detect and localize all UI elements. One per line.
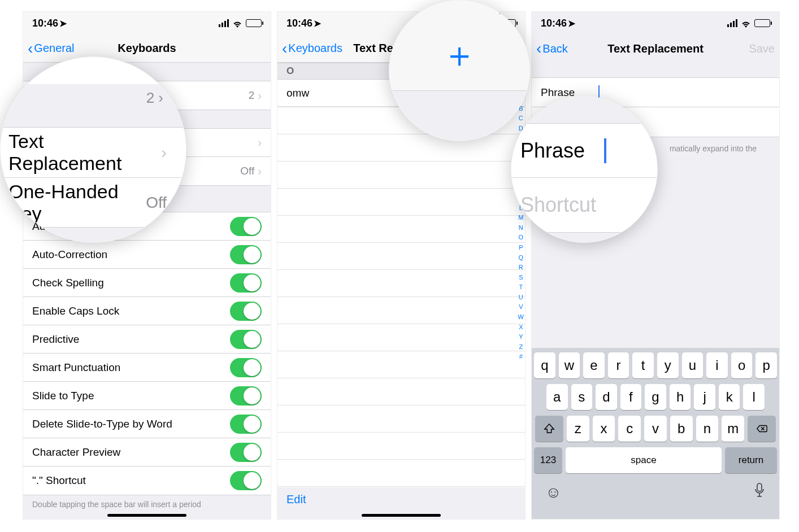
key-v[interactable]: v [644, 416, 667, 442]
key-a[interactable]: a [546, 384, 568, 410]
back-button[interactable]: ‹ General [28, 41, 74, 56]
key-s[interactable]: s [571, 384, 593, 410]
toggle-smart-punctuation[interactable]: Smart Punctuation [23, 354, 271, 382]
back-button[interactable]: ‹ Back [536, 41, 568, 56]
key-x[interactable]: x [593, 416, 615, 442]
switch-icon[interactable] [230, 471, 262, 490]
key-shift[interactable] [535, 416, 563, 442]
svg-rect-0 [757, 483, 762, 491]
home-indicator [362, 514, 441, 517]
switch-icon[interactable] [230, 443, 262, 462]
key-y[interactable]: y [657, 352, 679, 378]
key-r[interactable]: r [608, 352, 629, 378]
plus-icon: ＋ [442, 37, 477, 72]
toggle-slide-to-type[interactable]: Slide to Type [23, 382, 271, 410]
key-t[interactable]: t [632, 352, 654, 378]
key-return[interactable]: return [725, 447, 777, 473]
signal-icon [219, 19, 229, 27]
key-space[interactable]: space [566, 447, 722, 473]
switch-icon[interactable] [230, 217, 262, 236]
location-icon: ➤ [314, 18, 321, 29]
switch-icon[interactable] [230, 358, 262, 377]
chevron-right-icon: › [258, 136, 262, 149]
key-w[interactable]: w [559, 352, 580, 378]
switch-icon[interactable] [230, 302, 262, 321]
key-z[interactable]: z [567, 416, 589, 442]
key-e[interactable]: e [583, 352, 605, 378]
back-label: Keyboards [288, 42, 342, 55]
key-k[interactable]: k [719, 384, 740, 410]
wifi-icon [232, 19, 242, 27]
footer-note: Double tapping the space bar will insert… [23, 495, 271, 513]
save-button[interactable]: Save [749, 42, 775, 55]
key-h[interactable]: h [670, 384, 691, 410]
wifi-icon [741, 19, 751, 27]
switch-icon[interactable] [230, 245, 262, 264]
key-123[interactable]: 123 [534, 447, 562, 473]
status-time: 10:46 [32, 18, 58, 29]
status-bar: 10:46 ➤ [532, 12, 779, 34]
toggle-list: Auto-Capitalization Auto-Correction Chec… [23, 212, 271, 495]
nav-title: Text Replacement [607, 42, 704, 55]
keyboard: q w e r t y u i o p a s d f g h j k l z [532, 348, 779, 519]
magnifier-text-replacement: 2 › Text Replacement› One-Handed KeyOff› [0, 56, 186, 243]
nav-bar: ‹ General Keyboards [23, 34, 271, 63]
back-label: Back [542, 42, 567, 55]
toggle-period-shortcut[interactable]: "." Shortcut [23, 466, 271, 495]
back-button[interactable]: ‹ Keyboards [282, 41, 342, 56]
key-j[interactable]: j [694, 384, 715, 410]
key-p[interactable]: p [755, 352, 777, 378]
shift-icon [543, 422, 555, 435]
toggle-character-preview[interactable]: Character Preview [23, 438, 271, 466]
text-cursor [604, 138, 606, 163]
key-backspace[interactable] [748, 416, 776, 442]
status-bar: 10:46 ➤ [23, 12, 271, 34]
emoji-icon[interactable]: ☺ [545, 483, 562, 502]
signal-icon [727, 19, 737, 27]
toggle-predictive[interactable]: Predictive [23, 325, 271, 354]
nav-title: Keyboards [118, 42, 176, 55]
key-b[interactable]: b [670, 416, 693, 442]
location-icon: ➤ [568, 18, 575, 29]
key-q[interactable]: q [534, 352, 555, 378]
key-d[interactable]: d [596, 384, 617, 410]
magnifier-add-button: ＋ [389, 0, 530, 141]
key-o[interactable]: o [731, 352, 753, 378]
toggle-auto-correction[interactable]: Auto-Correction [23, 241, 271, 269]
key-l[interactable]: l [743, 384, 765, 410]
chevron-left-icon: ‹ [536, 41, 541, 56]
home-indicator [107, 514, 186, 517]
switch-icon[interactable] [230, 386, 262, 405]
chevron-left-icon: ‹ [282, 41, 287, 56]
battery-icon [246, 19, 262, 27]
switch-icon[interactable] [230, 273, 262, 293]
nav-bar: ‹ Back Text Replacement Save [532, 34, 779, 63]
magnifier-phrase-field: Phrase Shortcut [511, 96, 658, 243]
key-g[interactable]: g [645, 384, 666, 410]
toolbar: Edit [277, 485, 525, 513]
location-icon: ➤ [59, 18, 67, 29]
key-f[interactable]: f [620, 384, 642, 410]
switch-icon[interactable] [230, 330, 262, 349]
key-u[interactable]: u [682, 352, 704, 378]
toggle-delete-slide-word[interactable]: Delete Slide-to-Type by Word [23, 410, 271, 438]
back-label: General [34, 42, 74, 55]
status-time: 10:46 [286, 18, 312, 29]
screen-text-replacement-edit: 10:46 ➤ ‹ Back Text Replacement Save Phr… [531, 11, 780, 520]
edit-button[interactable]: Edit [286, 493, 306, 506]
battery-icon [754, 19, 770, 27]
key-m[interactable]: m [722, 416, 744, 442]
switch-icon[interactable] [230, 415, 262, 434]
key-n[interactable]: n [696, 416, 719, 442]
dictation-icon[interactable] [753, 482, 766, 502]
toggle-check-spelling[interactable]: Check Spelling [23, 269, 271, 297]
status-time: 10:46 [541, 18, 567, 29]
chevron-right-icon: › [258, 89, 262, 102]
backspace-icon [755, 422, 768, 435]
chevron-left-icon: ‹ [28, 41, 33, 56]
chevron-right-icon: › [258, 165, 262, 178]
key-i[interactable]: i [706, 352, 728, 378]
key-c[interactable]: c [618, 416, 641, 442]
toggle-caps-lock[interactable]: Enable Caps Lock [23, 297, 271, 325]
